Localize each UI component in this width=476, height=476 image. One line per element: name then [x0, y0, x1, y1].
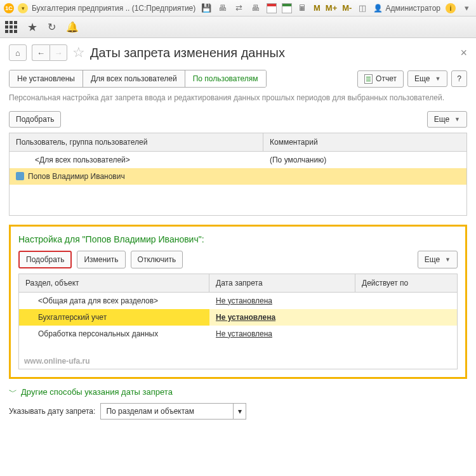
nav-back-button[interactable]: ←: [32, 44, 50, 61]
app-logo-icon: 1C: [4, 3, 14, 13]
report-icon: [364, 74, 373, 84]
table-row[interactable]: Обработка персональных данных Не установ…: [19, 326, 457, 342]
date-mode-field-row: Указывать дату запрета: По разделам и об…: [9, 403, 467, 420]
comment-cell: (По умолчанию): [263, 152, 466, 168]
until-cell: [355, 309, 457, 326]
notifications-icon[interactable]: 🔔: [66, 21, 79, 33]
table-row[interactable]: <Для всех пользователей> (По умолчанию): [10, 152, 466, 168]
chevron-down-icon[interactable]: ▾: [233, 404, 246, 419]
nav-forward-button[interactable]: →: [50, 44, 67, 61]
settings-select-button[interactable]: Подобрать: [18, 251, 72, 268]
favorite-star-icon[interactable]: ☆: [72, 44, 85, 61]
print-icon[interactable]: 🖶: [217, 3, 228, 14]
memory-m[interactable]: M: [314, 3, 321, 13]
panel-bar: ★ ↻ 🔔: [0, 17, 476, 38]
favorites-icon[interactable]: ★: [27, 20, 37, 34]
section-cell: Бухгалтерский учет: [19, 309, 209, 326]
titlebar: 1C ▾ Бухгалтерия предприятия .. (1С:Пред…: [0, 0, 476, 17]
table-row[interactable]: <Общая дата для всех разделов> Не устано…: [19, 293, 457, 309]
col-section-header[interactable]: Раздел, объект: [19, 274, 209, 292]
select-value: По разделам и объектам: [101, 404, 233, 419]
date-mode-select[interactable]: По разделам и объектам ▾: [100, 403, 246, 420]
history-icon[interactable]: ↻: [48, 21, 56, 33]
date-cell[interactable]: Не установлена: [209, 309, 355, 326]
save-disk-icon[interactable]: 💾: [201, 3, 212, 14]
settings-panel: Настройка для "Попов Владимир Иванович":…: [9, 225, 467, 379]
date-cell[interactable]: Не установлена: [209, 293, 355, 309]
date-cell[interactable]: Не установлена: [209, 326, 355, 342]
user-menu[interactable]: 👤Администратор: [373, 4, 440, 13]
compare-icon[interactable]: ⇄: [234, 3, 245, 14]
memory-mminus[interactable]: M-: [342, 3, 352, 13]
col-comment-header[interactable]: Комментарий: [263, 133, 466, 151]
memory-mplus[interactable]: M+: [326, 3, 337, 13]
users-more-button[interactable]: Еще▼: [427, 111, 467, 128]
col-user-header[interactable]: Пользователь, группа пользователей: [10, 133, 263, 151]
page-title: Даты запрета изменения данных: [90, 46, 285, 60]
until-cell: [355, 293, 457, 309]
settings-title: Настройка для "Попов Владимир Иванович":: [18, 234, 458, 244]
help-button[interactable]: ?: [451, 70, 467, 87]
help-text: Персональная настройка дат запрета ввода…: [9, 93, 467, 103]
report-button[interactable]: Отчет: [357, 70, 404, 88]
table-row[interactable]: Попов Владимир Иванович: [10, 168, 466, 185]
chevron-down-icon: ﹀: [9, 387, 17, 398]
titlebar-dropdown-icon[interactable]: ▾: [461, 3, 472, 14]
info-icon[interactable]: i: [446, 3, 456, 13]
home-button[interactable]: ⌂: [9, 44, 27, 61]
calendar-red-icon[interactable]: [267, 3, 277, 13]
mode-segmented-control: Не установлены Для всех пользователей По…: [9, 70, 267, 88]
user-item-icon: [16, 172, 24, 180]
section-cell: Обработка персональных данных: [19, 326, 209, 342]
users-select-button[interactable]: Подобрать: [9, 111, 61, 128]
col-until-header[interactable]: Действует по: [355, 274, 457, 292]
watermark-text: www.online-ufa.ru: [24, 357, 90, 366]
more-button-top[interactable]: Еще▼: [407, 70, 447, 87]
settings-edit-button[interactable]: Изменить: [77, 251, 125, 268]
calculator-icon[interactable]: 🖩: [297, 3, 308, 14]
comment-cell: [263, 168, 466, 185]
section-cell: <Общая дата для всех разделов>: [19, 293, 209, 309]
window-title: Бухгалтерия предприятия .. (1С:Предприят…: [32, 4, 195, 13]
panels-icon[interactable]: ◫: [357, 3, 368, 14]
other-methods-toggle[interactable]: ﹀ Другие способы указания даты запрета: [9, 387, 467, 398]
user-cell: <Для всех пользователей>: [10, 152, 263, 168]
user-icon: 👤: [373, 4, 383, 13]
table-row[interactable]: Бухгалтерский учет Не установлена: [19, 309, 457, 326]
app-menu-dropdown[interactable]: ▾: [18, 3, 28, 13]
page-header: ⌂ ← → ☆ Даты запрета изменения данных ×: [9, 44, 467, 61]
settings-more-button[interactable]: Еще▼: [418, 251, 458, 268]
print2-icon[interactable]: 🖶: [250, 3, 261, 14]
col-date-header[interactable]: Дата запрета: [209, 274, 355, 292]
tab-all-users[interactable]: Для всех пользователей: [83, 70, 185, 87]
apps-grid-icon[interactable]: [5, 21, 17, 33]
settings-disable-button[interactable]: Отключить: [131, 251, 183, 268]
until-cell: [355, 326, 457, 342]
field-label: Указывать дату запрета:: [9, 407, 95, 416]
tab-not-set[interactable]: Не установлены: [10, 70, 83, 87]
users-table: Пользователь, группа пользователей Комме…: [9, 133, 467, 216]
user-cell: Попов Владимир Иванович: [10, 168, 263, 185]
tab-by-users[interactable]: По пользователям: [185, 70, 266, 87]
close-button[interactable]: ×: [460, 46, 467, 60]
sections-table: Раздел, объект Дата запрета Действует по…: [18, 274, 458, 369]
calendar-green-icon[interactable]: [282, 3, 292, 13]
